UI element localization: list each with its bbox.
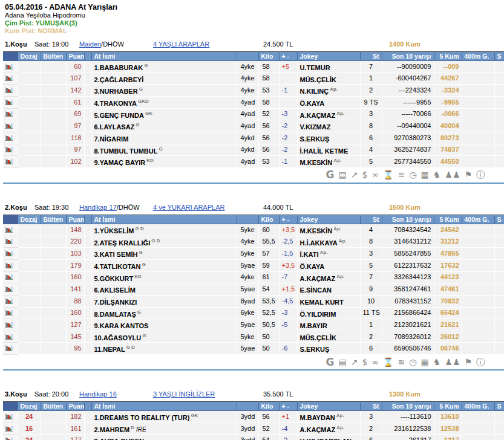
form-bar-chart-icon[interactable]: [3, 331, 18, 343]
race-type-link[interactable]: Maiden: [79, 40, 101, 48]
jockey-name[interactable]: A.KAÇMAZ: [300, 111, 336, 118]
line-graph-icon[interactable]: ≋: [398, 357, 405, 367]
form-bar-chart-icon[interactable]: [3, 144, 18, 156]
horse-icon[interactable]: ♞: [433, 357, 441, 367]
form-bar-chart-icon[interactable]: [3, 61, 18, 73]
jockey-cell[interactable]: MÜS.ÇELİK: [297, 73, 360, 85]
horse-name[interactable]: 1.DREAMS TO REALITY (TUR): [94, 414, 190, 421]
form-bar-chart-icon[interactable]: [3, 307, 18, 319]
jockey-name[interactable]: Ö.YILDIRIM: [300, 310, 336, 317]
jockey-name[interactable]: KEMAL KURT: [300, 299, 344, 306]
race-group-link[interactable]: 4 YAŞLI ARAPLAR: [153, 40, 209, 48]
jockey-cell[interactable]: A.KAÇMAZAp.: [297, 108, 360, 120]
form-bar-chart-icon[interactable]: [3, 73, 18, 85]
form-bar-chart-icon[interactable]: [3, 248, 18, 260]
badge-g-icon[interactable]: G: [326, 169, 335, 181]
jockey-name[interactable]: M.KESKİN: [300, 227, 333, 235]
horse-name-cell[interactable]: 4.TRAKONYAGKD: [91, 96, 237, 108]
jockey-cell[interactable]: Ö.KAYA: [297, 96, 360, 108]
horse-name[interactable]: 9.KARA KANTOS: [94, 322, 149, 329]
info-icon[interactable]: ⓘ: [476, 169, 485, 180]
stopwatch-icon[interactable]: ◷: [409, 169, 416, 180]
horse-name[interactable]: 3.NURHABER: [94, 88, 138, 95]
calculator-icon[interactable]: ▦: [421, 169, 429, 180]
horse-name[interactable]: 2.ATEŞ KRALLIĞI: [94, 239, 151, 246]
horse-name-cell[interactable]: 3.KATI SEMİHG: [91, 248, 237, 260]
horse-name-cell[interactable]: 3.AURA QUEEN: [91, 435, 237, 440]
binoculars-icon[interactable]: ∞: [371, 357, 379, 367]
form-bar-chart-icon[interactable]: [3, 435, 18, 440]
jockey-cell[interactable]: A.KAÇMAZAp.: [297, 422, 360, 435]
jockey-name[interactable]: M.BAYIR: [300, 322, 327, 329]
form-bar-chart-icon[interactable]: [3, 85, 18, 97]
jockey-name[interactable]: V.KIZMAZ: [300, 123, 331, 131]
form-bar-chart-icon[interactable]: [3, 108, 18, 120]
jockey-cell[interactable]: N.KILINÇAp.: [297, 85, 360, 97]
hourglass-icon[interactable]: ⌛: [383, 357, 393, 367]
jockey-cell[interactable]: M.BAYDANAp.: [297, 411, 360, 423]
finish-flag-icon[interactable]: ⚑: [464, 169, 472, 180]
form-bar-chart-icon[interactable]: [3, 283, 18, 296]
info-icon[interactable]: ⓘ: [476, 357, 485, 367]
jockey-name[interactable]: E.SİNCAN: [300, 286, 332, 294]
calculator-icon[interactable]: ▦: [421, 357, 429, 367]
horse-name-cell[interactable]: 7.NİGARIM: [91, 132, 237, 144]
jockey-name[interactable]: A.KAÇMAZ: [300, 425, 336, 433]
horse-name-cell[interactable]: 6.AKLISELİM: [91, 283, 237, 296]
horse-name[interactable]: 2.MAHREM: [94, 425, 130, 433]
horse-name-cell[interactable]: 2.ATEŞ KRALLIĞIG D: [91, 236, 237, 248]
jockey-name[interactable]: MÜS.ÇELİK: [300, 76, 337, 83]
jockey-name[interactable]: İ.HALİL KETME: [300, 147, 349, 154]
form-bar-chart-icon[interactable]: [3, 271, 18, 283]
jockey-cell[interactable]: H.İ.AKKAYAAp.: [297, 236, 360, 248]
horse-name[interactable]: 4.TATLIKOTAN: [94, 263, 141, 270]
jockey-cell[interactable]: M.BAYIR: [297, 319, 360, 331]
horse-name-cell[interactable]: 2.ÇAĞLARBEYİ: [91, 73, 237, 85]
horse-name[interactable]: 10.AĞASOYLU: [94, 334, 142, 341]
horse-name[interactable]: 5.GÖKKURT: [94, 274, 134, 282]
line-graph-icon[interactable]: ≋: [398, 169, 405, 180]
race-type-link[interactable]: Handikap 16: [79, 390, 117, 398]
horse-name-cell[interactable]: 9.KARA KANTOS: [91, 319, 237, 331]
horse-icon[interactable]: ♞: [433, 169, 441, 180]
horse-name-cell[interactable]: 1.YÜKSELİMG D: [91, 224, 237, 236]
badge-g-icon[interactable]: G: [326, 356, 335, 368]
jockey-name[interactable]: S.ERKUŞ: [300, 346, 330, 353]
horse-name-cell[interactable]: 6.LAYLASAZG: [91, 120, 237, 132]
horse-name[interactable]: 1.YÜKSELİM: [94, 227, 134, 235]
form-bar-chart-icon[interactable]: [3, 295, 18, 307]
jockey-name[interactable]: N.KILINÇ: [300, 88, 329, 95]
people-icon[interactable]: ♟♟: [445, 169, 460, 180]
jockey-name[interactable]: İ.KATI: [300, 251, 319, 258]
horse-name-cell[interactable]: 3.NURHABERG: [91, 85, 237, 97]
jockey-name[interactable]: A.KAÇMAZ: [300, 274, 336, 282]
jockey-cell[interactable]: U.TEMUR: [297, 61, 360, 73]
race-group-link[interactable]: 3 YAŞLI İNGİLİZLER: [153, 390, 215, 398]
horse-name[interactable]: 8.DAMLATAŞ: [94, 310, 136, 317]
form-bar-chart-icon[interactable]: [3, 132, 18, 144]
jockey-name[interactable]: S.ERKUŞ: [300, 135, 330, 143]
horse-name[interactable]: 9.YAMAÇ BAYIR: [94, 159, 146, 166]
horse-name[interactable]: 7.NİGARIM: [94, 135, 129, 143]
jockey-cell[interactable]: S.ERKUŞ: [297, 343, 360, 355]
horse-name-cell[interactable]: 1.BABABURAKG: [91, 61, 237, 73]
form-bar-chart-icon[interactable]: [3, 96, 18, 108]
stopwatch-icon[interactable]: ◷: [409, 357, 416, 367]
jockey-cell[interactable]: M.KESKİNAp.: [297, 224, 360, 236]
jockey-cell[interactable]: Ö.KAYA: [297, 259, 360, 271]
jockey-name[interactable]: Ö.KAYA: [300, 100, 325, 107]
form-bar-chart-icon[interactable]: [3, 224, 18, 236]
form-bar-chart-icon[interactable]: [3, 319, 18, 331]
horse-name-cell[interactable]: 9.YAMAÇ BAYIRKD: [91, 156, 237, 168]
earnings-dollar-icon[interactable]: $: [362, 169, 368, 180]
horse-name[interactable]: 7.DİLŞANKIZI: [94, 299, 137, 306]
jockey-name[interactable]: M.KESKİN: [300, 159, 333, 166]
horse-name-cell[interactable]: 1.DREAMS TO REALITY (TUR)GK: [91, 411, 237, 423]
jockey-name[interactable]: H.KILIÇARSLAN: [300, 438, 352, 440]
horse-name[interactable]: 2.ÇAĞLARBEYİ: [94, 76, 144, 83]
horse-name[interactable]: 3.AURA QUEEN: [94, 438, 145, 440]
race-group-link[interactable]: 4 ve YUKARI ARAPLAR: [153, 204, 224, 211]
horse-name[interactable]: 8.TUMBUL TUMBUL: [94, 147, 158, 154]
jockey-cell[interactable]: A.KAÇMAZAp.: [297, 271, 360, 283]
binoculars-icon[interactable]: ∞: [371, 169, 379, 180]
